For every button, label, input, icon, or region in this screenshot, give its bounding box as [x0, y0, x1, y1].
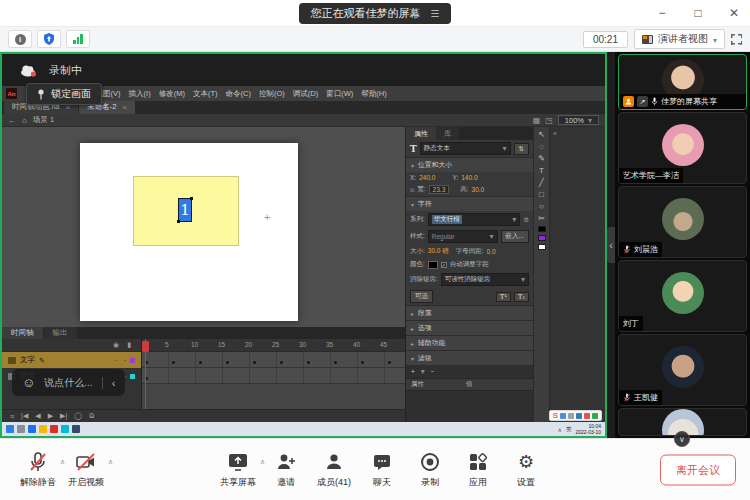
collapse-left-icon[interactable] [112, 377, 116, 389]
section-character[interactable]: 字符 [406, 196, 533, 211]
line-tool-icon[interactable]: ╱ [539, 178, 544, 187]
back-icon[interactable] [8, 116, 16, 125]
text-type-select[interactable]: 静态文本 [420, 142, 511, 155]
participant-tile[interactable]: 艺术学院—李洁 [618, 112, 747, 184]
section-position-size[interactable]: 位置和大小 [406, 157, 533, 172]
animate-app-icon[interactable] [50, 425, 58, 433]
scene-label[interactable]: 场景 1 [33, 115, 54, 125]
frames-row-background[interactable] [142, 368, 405, 384]
visibility-column-icon[interactable] [113, 341, 119, 349]
fullscreen-icon[interactable] [731, 34, 742, 45]
view-mode-button[interactable]: 演讲者视图 [634, 29, 725, 49]
frames-row-text[interactable] [142, 352, 405, 368]
tab-output[interactable]: 输出 [44, 327, 77, 339]
tab-library[interactable]: 库 [436, 127, 459, 140]
menu-text[interactable]: 文本(T) [189, 89, 222, 99]
edit-symbols-icon[interactable] [533, 116, 541, 125]
meeting-info-button[interactable]: i [8, 30, 32, 48]
prev-frame-icon[interactable]: ◀ [35, 412, 40, 420]
tab-properties[interactable]: 属性 [406, 127, 436, 140]
scroll-participants-button[interactable] [674, 431, 690, 447]
explorer-icon[interactable] [39, 425, 47, 433]
invite-button[interactable]: 邀请 [262, 451, 310, 489]
participant-tile[interactable]: 刘晨浩 [618, 186, 747, 258]
font-style-select[interactable]: Regular [428, 230, 498, 243]
sogou-input-bar[interactable]: S [549, 410, 602, 421]
search-icon[interactable] [17, 425, 25, 433]
scissors-tool-icon[interactable]: ✂ [538, 214, 545, 223]
font-gear-icon[interactable]: ⚙ [523, 216, 529, 224]
antialias-select[interactable]: 可读性消除锯齿 [441, 273, 529, 286]
orientation-button[interactable]: ⇅ [514, 143, 529, 155]
letter-spacing-value[interactable]: 0.0 [487, 248, 496, 255]
width-value[interactable]: 23.3 [429, 185, 450, 194]
tab-timeline[interactable]: 时间轴 [2, 327, 43, 339]
loop-icon[interactable]: ◯ [74, 412, 82, 420]
selectable-button[interactable]: 可选 [410, 290, 433, 303]
onion-skin-icon[interactable]: ≡ [10, 413, 14, 420]
selection-tool-icon[interactable]: ↖ [538, 130, 545, 139]
start-video-button[interactable]: 开启视频 [62, 451, 110, 489]
edge-icon[interactable] [28, 425, 36, 433]
center-frame-icon[interactable]: ⧉ [89, 412, 94, 420]
menu-commands[interactable]: 命令(C) [222, 89, 255, 99]
clip-view-icon[interactable] [545, 116, 553, 125]
share-screen-button[interactable]: 共享屏幕 [214, 451, 262, 489]
close-tab-icon[interactable] [122, 103, 127, 112]
zoom-select[interactable]: 100% [558, 115, 599, 125]
section-accessibility[interactable]: 辅助功能 [406, 335, 533, 350]
menu-insert[interactable]: 插入(I) [125, 89, 155, 99]
settings-button[interactable]: 设置 [502, 451, 550, 489]
frame-ruler[interactable]: 5 10 15 20 25 30 35 40 45 [142, 339, 405, 352]
unmute-button[interactable]: 解除静音 [14, 451, 62, 489]
embed-button[interactable]: 嵌入... [501, 230, 529, 243]
tray-expand-icon[interactable] [558, 426, 562, 433]
text-color-swatch[interactable] [428, 261, 438, 269]
participant-tile-sharer[interactable]: ↗ 佳梦的屏幕共享 [618, 54, 747, 110]
network-button[interactable] [66, 30, 90, 48]
link-dimensions-icon[interactable] [410, 186, 414, 194]
app-icon[interactable] [61, 425, 69, 433]
members-button[interactable]: 成员(41) [310, 451, 358, 489]
menu-window[interactable]: 窗口(W) [322, 89, 357, 99]
menu-control[interactable]: 控制(O) [255, 89, 289, 99]
font-size-value[interactable]: 30.0 磅 [428, 247, 449, 256]
layer-row-text[interactable]: 文字 ·· [2, 352, 141, 368]
apps-button[interactable]: 应用 [454, 451, 502, 489]
oval-tool-icon[interactable]: ○ [539, 202, 544, 211]
participant-tile[interactable]: 王凯健 [618, 334, 747, 406]
participant-tile[interactable]: 刘丁 [618, 260, 747, 332]
windows-start-icon[interactable] [6, 425, 14, 433]
first-frame-icon[interactable]: |◀ [21, 412, 28, 420]
swap-color-chip[interactable] [538, 244, 546, 250]
chat-input-placeholder[interactable]: 说点什么... [44, 376, 92, 390]
height-value[interactable]: 30.0 [472, 186, 485, 193]
stage-canvas[interactable]: 1 + [80, 143, 298, 321]
text-edit-cursor[interactable]: 1 [178, 198, 192, 222]
section-filters[interactable]: 滤镜 [406, 350, 533, 365]
pen-tool-icon[interactable]: ✎ [538, 154, 545, 163]
lasso-tool-icon[interactable]: ◌ [539, 142, 544, 151]
app-icon[interactable] [72, 425, 80, 433]
menu-help[interactable]: 帮助(H) [357, 89, 390, 99]
subscript-button[interactable]: T₁ [514, 292, 529, 302]
lock-column-icon[interactable] [127, 341, 131, 349]
menu-debug[interactable]: 调试(D) [289, 89, 322, 99]
y-value[interactable]: 140.0 [461, 174, 477, 181]
superscript-button[interactable]: T¹ [496, 292, 511, 302]
remove-filter-icon[interactable] [431, 368, 435, 375]
section-paragraph[interactable]: 段落 [406, 305, 533, 320]
quick-chat-bar[interactable]: 说点什么... [12, 369, 125, 396]
font-family-select[interactable]: 华文行楷 [428, 213, 520, 226]
x-value[interactable]: 240.0 [419, 174, 435, 181]
maximize-button[interactable] [692, 6, 704, 20]
security-button[interactable] [37, 30, 61, 48]
video-options-chevron[interactable] [108, 458, 113, 466]
menu-modify[interactable]: 修改(M) [155, 89, 189, 99]
frames-area[interactable]: 5 10 15 20 25 30 35 40 45 [142, 339, 405, 409]
play-icon[interactable]: ▶ [48, 412, 53, 420]
close-button[interactable] [728, 6, 740, 20]
fill-color-chip[interactable] [538, 235, 546, 241]
add-filter-icon[interactable] [411, 368, 415, 375]
layer-color-chip[interactable] [130, 374, 135, 379]
